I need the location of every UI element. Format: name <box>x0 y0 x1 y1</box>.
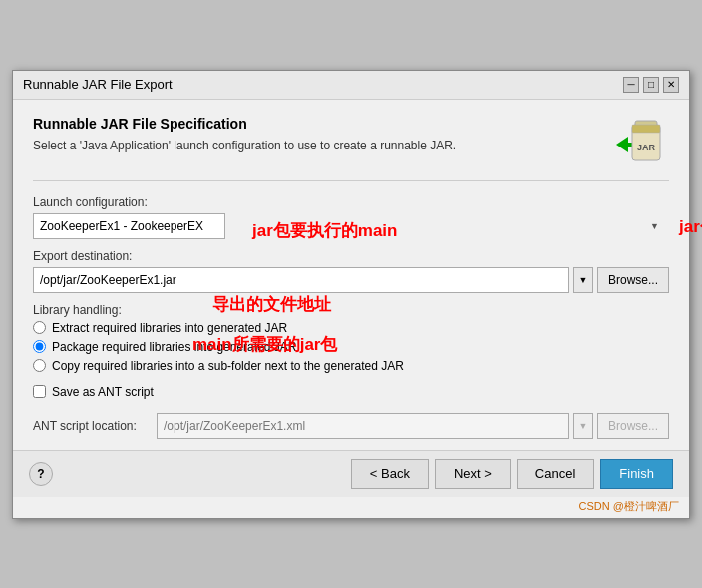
close-button[interactable]: ✕ <box>663 77 679 93</box>
maximize-button[interactable]: □ <box>643 77 659 93</box>
ant-script-checkbox[interactable] <box>33 385 46 398</box>
launch-config-row: ZooKeeperEx1 - ZookeeperEX jar包要执行的main <box>33 213 669 239</box>
radio-package-label: Package required libraries into generate… <box>52 340 296 354</box>
dialog-content: Runnable JAR File Specification Select a… <box>13 100 689 450</box>
ant-location-browse[interactable]: Browse... <box>597 413 669 439</box>
window-title: Runnable JAR File Export <box>23 77 173 92</box>
ant-location-dropdown[interactable]: ▼ <box>573 413 593 439</box>
launch-config-select[interactable]: ZooKeeperEx1 - ZookeeperEX <box>33 213 225 239</box>
back-button[interactable]: < Back <box>351 459 429 489</box>
export-destination-dropdown[interactable]: ▼ <box>573 267 593 293</box>
cancel-button[interactable]: Cancel <box>517 459 594 489</box>
minimize-button[interactable]: ─ <box>623 77 639 93</box>
radio-copy-label: Copy required libraries into a sub-folde… <box>52 359 404 373</box>
ant-location-row: ANT script location: ▼ Browse... <box>33 413 669 439</box>
ant-location-label: ANT script location: <box>33 419 153 433</box>
export-destination-browse[interactable]: Browse... <box>597 267 669 293</box>
dialog-window: Runnable JAR File Export ─ □ ✕ Runnable … <box>12 70 690 519</box>
watermark-text: CSDN @橙汁啤酒厂 <box>13 497 689 518</box>
watermark-container: CSDN @橙汁啤酒厂 <box>13 497 689 518</box>
export-destination-group: Export destination: ▼ Browse... <box>33 249 669 293</box>
library-handling-label: Library handling: <box>33 303 669 317</box>
export-destination-input[interactable] <box>33 267 569 293</box>
jar-icon: JAR <box>614 117 664 168</box>
radio-extract-input[interactable] <box>33 321 46 334</box>
ant-script-checkbox-label[interactable]: Save as ANT script <box>33 385 669 399</box>
launch-config-annotation: jar包要执行的main <box>679 214 702 237</box>
radio-extract-label: Extract required libraries into generate… <box>52 321 287 335</box>
help-button[interactable]: ? <box>29 462 53 486</box>
radio-group: Extract required libraries into generate… <box>33 321 669 373</box>
radio-extract[interactable]: Extract required libraries into generate… <box>33 321 669 335</box>
header-description: Select a 'Java Application' launch confi… <box>33 138 599 154</box>
radio-copy-input[interactable] <box>33 359 46 372</box>
radio-package-input[interactable] <box>33 340 46 353</box>
title-bar: Runnable JAR File Export ─ □ ✕ <box>13 71 689 100</box>
export-destination-label: Export destination: <box>33 249 669 263</box>
next-button[interactable]: Next > <box>435 459 511 489</box>
ant-group: Save as ANT script ANT script location: … <box>33 385 669 439</box>
header-icon: JAR <box>609 116 669 170</box>
header-title: Runnable JAR File Specification <box>33 116 599 132</box>
finish-button[interactable]: Finish <box>600 459 673 489</box>
launch-config-select-wrapper: ZooKeeperEx1 - ZookeeperEX <box>33 213 665 239</box>
footer-bar: ? < Back Next > Cancel Finish <box>13 450 689 497</box>
svg-text:JAR: JAR <box>637 143 656 152</box>
ant-script-label: Save as ANT script <box>52 385 154 399</box>
launch-config-group: Launch configuration: ZooKeeperEx1 - Zoo… <box>33 195 669 239</box>
radio-copy[interactable]: Copy required libraries into a sub-folde… <box>33 359 669 373</box>
title-bar-buttons: ─ □ ✕ <box>623 77 679 93</box>
library-handling-group: Library handling: Extract required libra… <box>33 303 669 373</box>
radio-package[interactable]: Package required libraries into generate… <box>33 340 669 354</box>
header-section: Runnable JAR File Specification Select a… <box>33 116 669 181</box>
export-destination-row: ▼ Browse... <box>33 267 669 293</box>
ant-location-input[interactable] <box>157 413 569 439</box>
header-text: Runnable JAR File Specification Select a… <box>33 116 599 154</box>
footer-buttons: < Back Next > Cancel Finish <box>351 459 673 489</box>
launch-config-label: Launch configuration: <box>33 195 669 209</box>
svg-rect-3 <box>632 125 660 133</box>
